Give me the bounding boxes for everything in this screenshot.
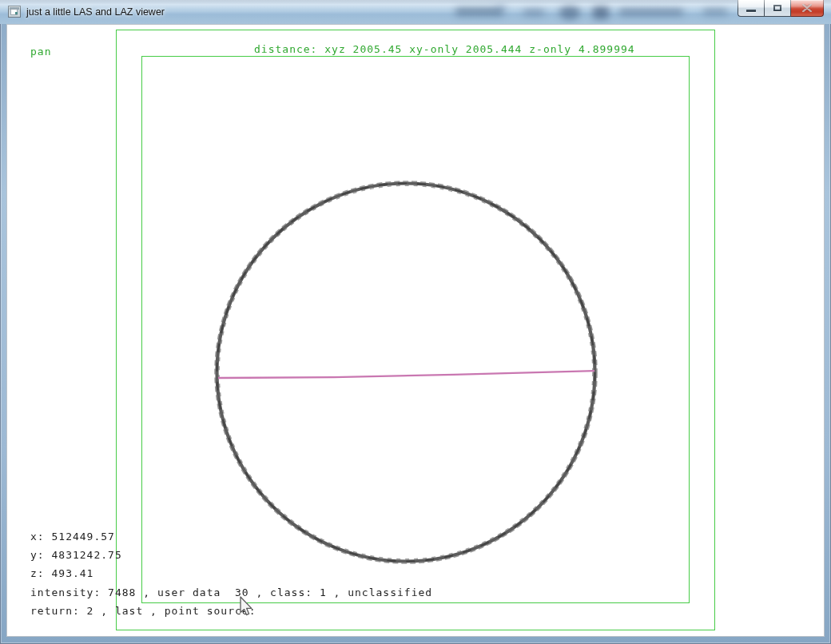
window-controls <box>738 0 824 18</box>
minimize-button[interactable] <box>738 0 764 17</box>
coord-y-readout: y: 4831242.75 <box>30 549 122 561</box>
glass-blur-blob <box>703 7 727 15</box>
mode-label: pan <box>30 46 51 58</box>
coord-z-readout: z: 493.41 <box>30 567 93 579</box>
las-viewport[interactable]: pan distance: xyz 2005.45 xy-only 2005.4… <box>6 24 825 637</box>
coord-x-readout: x: 512449.57 <box>30 531 115 543</box>
app-window: just a little LAS and LAZ viewer <box>0 0 831 644</box>
close-icon <box>802 4 812 12</box>
app-icon <box>8 6 21 18</box>
distance-readout: distance: xyz 2005.45 xy-only 2005.444 z… <box>254 43 635 55</box>
titlebar[interactable]: just a little LAS and LAZ viewer <box>0 0 831 24</box>
glass-blur-blob <box>523 8 544 16</box>
return-readout: return: 2 , last , point source: <box>30 605 256 617</box>
glass-blur-blob <box>619 7 683 16</box>
window-title: just a little LAS and LAZ viewer <box>26 6 165 18</box>
inner-selection-rect <box>141 56 690 603</box>
glass-blur-blob <box>455 6 503 16</box>
minimize-icon <box>746 10 756 12</box>
close-button[interactable] <box>791 0 824 17</box>
maximize-icon <box>773 5 781 11</box>
maximize-button[interactable] <box>764 0 791 17</box>
glass-blur-blob <box>559 4 580 20</box>
intensity-readout: intensity: 7488 , user data 30 , class: … <box>30 586 432 598</box>
glass-blur-blob <box>593 5 609 19</box>
mouse-cursor <box>239 596 256 618</box>
glass-blur-blob <box>495 2 507 9</box>
